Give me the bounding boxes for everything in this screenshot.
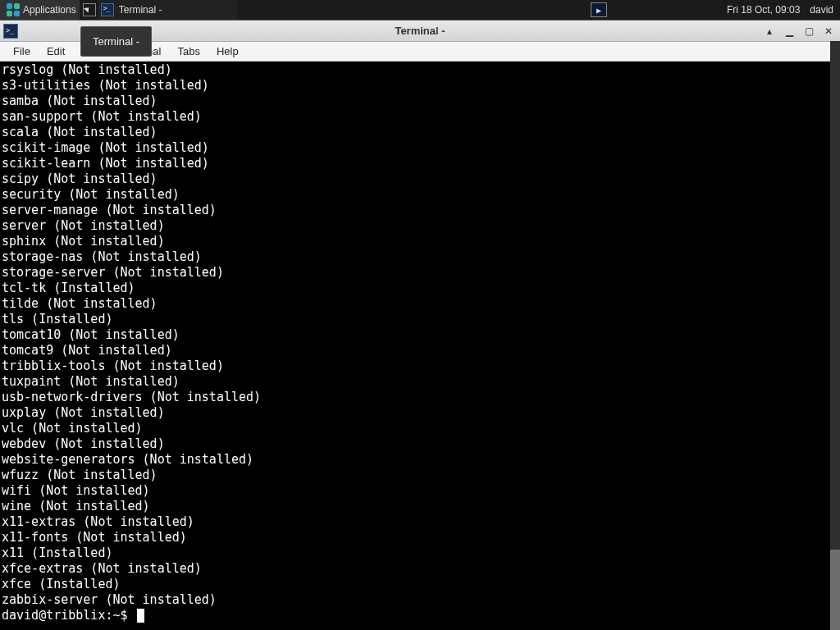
terminal-line: xfce (Installed) xyxy=(2,577,838,592)
terminal-line: tcl-tk (Installed) xyxy=(2,281,838,296)
clock[interactable]: Fri 18 Oct, 09:03 xyxy=(722,4,805,16)
terminal-line: x11-extras (Not installed) xyxy=(2,514,838,530)
terminal-line: server (Not installed) xyxy=(2,218,838,234)
terminal-line: scipy (Not installed) xyxy=(2,171,838,187)
terminal-line: sphinx (Not installed) xyxy=(2,234,838,249)
close-button[interactable]: ✕ xyxy=(822,25,835,38)
terminal-line: scikit-image (Not installed) xyxy=(2,140,838,156)
user-menu[interactable]: david xyxy=(805,4,838,16)
distro-logo-icon xyxy=(6,2,21,17)
terminal-line: tuxpaint (Not installed) xyxy=(2,374,838,390)
terminal-line: x11 (Installed) xyxy=(2,546,838,561)
terminal-line: tomcat10 (Not installed) xyxy=(2,327,838,343)
terminal-line: tomcat9 (Not installed) xyxy=(2,343,838,358)
terminal-viewport[interactable]: rsyslog (Not installed)s3-utilities (Not… xyxy=(0,62,840,630)
terminal-line: scala (Not installed) xyxy=(2,125,838,140)
window-picker-icon[interactable] xyxy=(83,3,96,16)
terminal-line: xfce-extras (Not installed) xyxy=(2,561,838,577)
terminal-line: website-generators (Not installed) xyxy=(2,452,838,468)
terminal-line: vlc (Not installed) xyxy=(2,421,838,436)
terminal-line: uxplay (Not installed) xyxy=(2,405,838,421)
window-app-icon xyxy=(3,24,18,39)
menu-file[interactable]: File xyxy=(5,43,39,59)
terminal-line: x11-fonts (Not installed) xyxy=(2,530,838,546)
menu-tabs[interactable]: Tabs xyxy=(169,43,208,59)
taskbar-button-terminal[interactable]: Terminal - xyxy=(98,0,237,20)
prompt-line: david@tribblix:~$ xyxy=(2,608,838,623)
terminal-icon xyxy=(101,3,114,16)
task-label: Terminal - xyxy=(119,4,162,16)
applications-menu-button[interactable]: Applications xyxy=(0,0,80,20)
cursor xyxy=(137,609,144,623)
terminal-line: tls (Installed) xyxy=(2,312,838,327)
scrollbar-thumb[interactable] xyxy=(830,550,840,630)
xfce-panel: Applications Terminal - ▶ Fri 18 Oct, 09… xyxy=(0,0,840,20)
terminal-line: storage-server (Not installed) xyxy=(2,265,838,281)
shade-button[interactable]: ▴ xyxy=(763,25,776,38)
tray-launcher-icon[interactable]: ▶ xyxy=(591,2,607,17)
terminal-line: webdev (Not installed) xyxy=(2,436,838,452)
terminal-line: tilde (Not installed) xyxy=(2,296,838,312)
applications-label: Applications xyxy=(23,4,76,16)
panel-right: Fri 18 Oct, 09:03 david xyxy=(722,0,840,20)
maximize-button[interactable]: ▢ xyxy=(802,25,815,38)
terminal-line: storage-nas (Not installed) xyxy=(2,249,838,265)
terminal-line: tribblix-tools (Not installed) xyxy=(2,358,838,374)
terminal-window: Terminal - ▴ ▁ ▢ ✕ File Edit View Termin… xyxy=(0,20,840,630)
terminal-line: samba (Not installed) xyxy=(2,94,838,109)
terminal-line: usb-network-drivers (Not installed) xyxy=(2,390,838,405)
terminal-line: san-support (Not installed) xyxy=(2,109,838,125)
panel-left: Applications Terminal - xyxy=(0,0,237,20)
terminal-line: rsyslog (Not installed) xyxy=(2,62,838,78)
scrollbar-track[interactable] xyxy=(830,41,840,630)
terminal-line: s3-utilities (Not installed) xyxy=(2,78,838,94)
terminal-line: wine (Not installed) xyxy=(2,499,838,514)
menu-help[interactable]: Help xyxy=(208,43,247,59)
window-title: Terminal - xyxy=(395,25,445,37)
terminal-line: server-manage (Not installed) xyxy=(2,203,838,218)
minimize-button[interactable]: ▁ xyxy=(783,25,796,38)
window-controls: ▴ ▁ ▢ ✕ xyxy=(763,25,840,38)
menu-edit[interactable]: Edit xyxy=(39,43,73,59)
terminal-line: scikit-learn (Not installed) xyxy=(2,156,838,171)
prompt-text: david@tribblix:~$ xyxy=(2,608,135,623)
taskbar-tooltip: Terminal - xyxy=(80,26,152,57)
terminal-line: security (Not installed) xyxy=(2,187,838,203)
terminal-line: zabbix-server (Not installed) xyxy=(2,592,838,608)
terminal-line: wifi (Not installed) xyxy=(2,483,838,499)
terminal-line: wfuzz (Not installed) xyxy=(2,468,838,483)
